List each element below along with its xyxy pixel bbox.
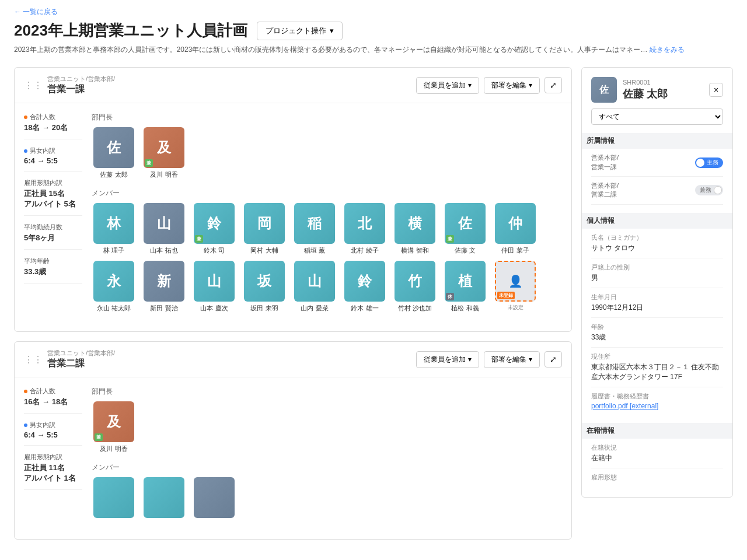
person-card-member[interactable]: 山 山本 拓也 [142, 203, 186, 255]
blue-dot [24, 149, 27, 153]
person-card-member[interactable]: 岡 岡村 大輔 [242, 203, 287, 255]
gender-stat: 男女内訳 6:4 → 5:5 [24, 146, 82, 172]
employment-value: 正社員 15名 アルバイト 5名 [24, 188, 82, 209]
person-card-member[interactable]: 坂 坂田 未羽 [242, 261, 287, 313]
person-card-member[interactable]: 新 新田 賢治 [142, 261, 186, 313]
edit-department-button[interactable]: 部署を編集 ▾ [484, 351, 540, 368]
person-card-member[interactable]: 山 山本 慶次 [192, 261, 236, 313]
person-name: 仲田 菜子 [501, 246, 529, 255]
employment-stat: 雇用形態内訳 正社員 15名 アルバイト 5名 [24, 178, 82, 216]
orange-dot [24, 116, 27, 119]
portfolio-link[interactable]: portfolio.pdf [external] [591, 402, 658, 410]
section-title-group: 営業ユニット/営業本部/ 営業二課 [47, 349, 115, 370]
person-card-member[interactable] [192, 477, 236, 520]
avatar: 佐 [591, 77, 617, 103]
drag-handle-icon[interactable]: ⋮⋮ [24, 80, 43, 91]
project-operation-button[interactable]: プロジェクト操作 ▾ [257, 22, 343, 40]
person-name: 新田 賢治 [150, 304, 177, 313]
person-name: 山内 愛菜 [301, 304, 328, 313]
section-title-group: 営業ユニット/営業本部/ 営業一課 [47, 75, 115, 96]
chevron-down-icon: ▾ [529, 81, 532, 89]
person-card-member[interactable] [142, 477, 186, 520]
person-card-member[interactable]: 竹 竹村 沙也加 [393, 261, 437, 313]
section-actions: 従業員を追加 ▾ 部署を編集 ▾ ⤢ [416, 351, 562, 368]
person-card-member[interactable] [92, 477, 136, 520]
unregistered-badge: 未登録 [497, 292, 515, 299]
person-card-member[interactable]: 鈴 鈴木 雄一 [343, 261, 387, 313]
person-card-member[interactable]: 鈴 兼 鈴木 司 [192, 203, 236, 255]
stats-column: 合計人数 16名 → 18名 男女内訳 6:4 → 5:5 雇用形態内訳 正社員… [24, 387, 82, 530]
zaiseki-section: 在籍情報 在籍状況 在籍中 雇用形態 [591, 423, 723, 488]
read-more-link[interactable]: 続きをみる [650, 44, 685, 55]
add-employee-button[interactable]: 従業員を追加 ▾ [416, 351, 479, 368]
gender-stat: 男女内訳 6:4 → 5:5 [24, 421, 82, 446]
total-count-value: 16名 → 18名 [24, 397, 82, 407]
back-link[interactable]: ← 一覧に戻る [14, 7, 58, 17]
person-card-member[interactable]: 北 北村 綾子 [343, 203, 387, 255]
person-name: 永山 祐太郎 [97, 304, 131, 313]
kane-badge: 兼 [95, 433, 103, 441]
members-grid: 林 林 理子 山 山本 拓也 鈴 兼 鈴木 司 岡 岡村 [92, 203, 562, 313]
person-name: 山本 拓也 [150, 246, 177, 255]
avg-tenure-stat: 平均勤続月数 5年8ヶ月 [24, 223, 82, 250]
stats-column: 合計人数 18名 → 20名 男女内訳 6:4 → 5:5 雇用形態内訳 正社員… [24, 113, 82, 322]
person-card-member[interactable]: 山 山内 愛菜 [292, 261, 337, 313]
address-field: 現住所 東京都港区六本木３丁目２－１ 住友不動産六本木グランドタワー 17F [591, 348, 723, 387]
head-label: 部門長 [92, 387, 562, 397]
close-panel-button[interactable]: × [709, 83, 723, 97]
person-name: 鈴木 雄一 [351, 304, 378, 313]
kane-badge: 兼 [446, 235, 454, 243]
employee-detail-panel: 佐 SHR0001 佐藤 太郎 × すべて 所属情報 営業本部/営業一課 [581, 67, 733, 498]
employee-id: SHR0001 [623, 79, 703, 86]
head-label: 部門長 [92, 113, 562, 123]
person-name: 林 理子 [103, 246, 124, 255]
person-name: 及川 明香 [100, 444, 127, 453]
employee-name: 佐藤 太郎 [623, 87, 703, 101]
total-count-value: 18名 → 20名 [24, 123, 82, 133]
person-card-member[interactable]: 植 休 植松 和義 [443, 261, 487, 313]
page-description: 2023年上期の営業本部と事務本部の人員計画です。2023年には新しい商材の販売… [14, 44, 647, 55]
affiliation-toggle-primary[interactable]: 主務 [695, 158, 723, 168]
section-card-1: ⋮⋮ 営業ユニット/営業本部/ 営業一課 従業員を追加 ▾ 部署を編集 ▾ ⤢ [14, 67, 572, 332]
person-card-head[interactable]: 及 兼 及川 明香 [92, 401, 136, 453]
section-actions: 従業員を追加 ▾ 部署を編集 ▾ ⤢ [416, 77, 562, 94]
person-name: 佐藤 太郎 [100, 170, 127, 179]
members-grid [92, 477, 562, 520]
employment-value: 正社員 11名 アルバイト 1名 [24, 463, 82, 484]
person-card-member[interactable]: 永 永山 祐太郎 [92, 261, 136, 313]
person-card-head[interactable]: 佐 佐藤 太郎 [92, 127, 136, 179]
add-employee-button[interactable]: 従業員を追加 ▾ [416, 77, 479, 94]
age-field: 年齢 33歳 [591, 318, 723, 348]
kane-badge: 兼 [195, 235, 203, 243]
person-card-member[interactable]: 仲 仲田 菜子 [493, 203, 537, 255]
expand-section-button[interactable]: ⤢ [544, 351, 562, 368]
members-label: メンバー [92, 188, 562, 198]
view-filter-select[interactable]: すべて [591, 108, 723, 125]
personnel-column: 部門長 及 兼 及川 明香 メンバー [92, 387, 562, 530]
person-card-member[interactable]: 横 横溝 智和 [393, 203, 437, 255]
section-breadcrumb: 営業ユニット/営業本部/ [47, 75, 115, 83]
person-name: 植松 和義 [451, 304, 479, 313]
edit-department-button[interactable]: 部署を編集 ▾ [484, 77, 540, 94]
members-label: メンバー [92, 463, 562, 473]
chevron-down-icon: ▾ [468, 355, 472, 363]
person-name: 稲垣 薫 [304, 246, 325, 255]
employment-stat: 雇用形態内訳 正社員 11名 アルバイト 1名 [24, 453, 82, 490]
heads-grid: 佐 佐藤 太郎 及 兼 及川 明香 [92, 127, 562, 179]
affiliation-toggle-secondary[interactable]: 兼務 [695, 185, 723, 195]
person-card-member[interactable]: 👤 未登録 未設定 [493, 261, 537, 313]
person-card-member[interactable]: 林 林 理子 [92, 203, 136, 255]
birthdate-field: 生年月日 1990年12月12日 [591, 288, 723, 318]
person-card-head[interactable]: 及 兼 及川 明香 [142, 127, 186, 179]
person-card-member[interactable]: 稲 稲垣 薫 [292, 203, 337, 255]
person-name: 坂田 未羽 [250, 304, 278, 313]
section-header: ⋮⋮ 営業ユニット/営業本部/ 営業二課 従業員を追加 ▾ 部署を編集 ▾ ⤢ [15, 342, 571, 377]
total-count-stat: 合計人数 18名 → 20名 [24, 113, 82, 139]
zaiseki-status-field: 在籍状況 在籍中 [591, 439, 723, 468]
person-card-member[interactable]: 佐 兼 佐藤 文 [443, 203, 487, 255]
person-name: 竹村 沙也加 [398, 304, 432, 313]
drag-handle-icon[interactable]: ⋮⋮ [24, 354, 43, 365]
person-name: 佐藤 文 [455, 246, 476, 255]
page-title: 2023年上期営業ユニット人員計画 [14, 20, 247, 41]
expand-section-button[interactable]: ⤢ [544, 77, 562, 93]
